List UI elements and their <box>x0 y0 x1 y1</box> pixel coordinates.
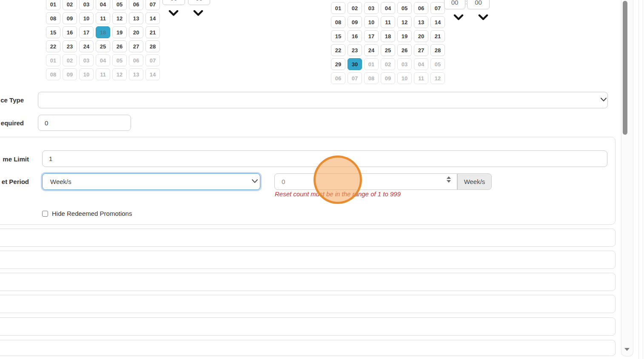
start-minute-input[interactable]: 00 <box>188 0 210 5</box>
calendar-day-10[interactable]: 10 <box>79 12 94 24</box>
calendar-day-05[interactable]: 05 <box>112 0 127 10</box>
calendar-day-03[interactable]: 03 <box>79 54 94 66</box>
calendar-day-23[interactable]: 23 <box>348 44 362 56</box>
calendar-day-10[interactable]: 10 <box>397 72 412 84</box>
calendar-day-06[interactable]: 06 <box>414 2 428 14</box>
calendar-day-08[interactable]: 08 <box>364 72 379 84</box>
calendar-day-17[interactable]: 17 <box>79 26 94 38</box>
end-minute-input[interactable]: 00 <box>467 0 490 9</box>
calendar-day-05[interactable]: 05 <box>430 58 445 70</box>
calendar-day-12[interactable]: 12 <box>430 72 445 84</box>
start-hour-input[interactable]: 00 <box>162 0 185 5</box>
calendar-day-01[interactable]: 01 <box>364 58 379 70</box>
calendar-day-15[interactable]: 15 <box>331 30 345 42</box>
reset-count-input[interactable]: 0 <box>274 173 457 190</box>
calendar-day-12[interactable]: 12 <box>397 16 412 28</box>
calendar-day-09[interactable]: 09 <box>381 72 395 84</box>
calendar-day-26[interactable]: 26 <box>397 44 412 56</box>
calendar-day-04[interactable]: 04 <box>381 2 395 14</box>
calendar-day-20[interactable]: 20 <box>129 26 143 38</box>
calendar-day-21[interactable]: 21 <box>430 30 445 42</box>
calendar-day-04[interactable]: 04 <box>96 0 110 10</box>
calendar-day-08[interactable]: 08 <box>46 12 60 24</box>
scrollbar-down-arrow-icon[interactable] <box>624 348 630 351</box>
calendar-day-24[interactable]: 24 <box>364 44 379 56</box>
end-hour-decrement-button[interactable] <box>453 14 464 21</box>
calendar-day-21[interactable]: 21 <box>145 26 160 38</box>
calendar-day-04[interactable]: 04 <box>414 58 428 70</box>
calendar-day-13[interactable]: 13 <box>414 16 428 28</box>
calendar-day-23[interactable]: 23 <box>63 40 77 52</box>
collapsed-row[interactable] <box>0 295 616 313</box>
calendar-day-10[interactable]: 10 <box>364 16 379 28</box>
calendar-day-08[interactable]: 08 <box>46 68 60 80</box>
type-select[interactable] <box>38 92 608 108</box>
end-minute-decrement-button[interactable] <box>478 14 489 21</box>
calendar-day-22[interactable]: 22 <box>331 44 345 56</box>
calendar-day-05[interactable]: 05 <box>397 2 412 14</box>
calendar-day-19[interactable]: 19 <box>112 26 127 38</box>
reset-period-select[interactable]: Week/s <box>42 173 260 190</box>
calendar-day-03[interactable]: 03 <box>397 58 412 70</box>
calendar-day-28[interactable]: 28 <box>145 40 160 52</box>
hide-redeemed-checkbox[interactable] <box>42 211 48 217</box>
calendar-day-08[interactable]: 08 <box>331 16 345 28</box>
calendar-day-10[interactable]: 10 <box>79 68 94 80</box>
calendar-day-02[interactable]: 02 <box>63 54 77 66</box>
calendar-day-07[interactable]: 07 <box>430 2 445 14</box>
calendar-day-14[interactable]: 14 <box>145 12 160 24</box>
calendar-day-28[interactable]: 28 <box>430 44 445 56</box>
calendar-day-04[interactable]: 04 <box>96 54 110 66</box>
calendar-day-22[interactable]: 22 <box>46 40 60 52</box>
calendar-day-02[interactable]: 02 <box>381 58 395 70</box>
calendar-day-29[interactable]: 29 <box>331 58 345 70</box>
calendar-day-16[interactable]: 16 <box>348 30 362 42</box>
start-minute-decrement-button[interactable] <box>193 10 204 17</box>
calendar-day-18[interactable]: 18 <box>381 30 395 42</box>
calendar-day-01[interactable]: 01 <box>331 2 345 14</box>
collapsed-row[interactable] <box>0 317 616 336</box>
calendar-day-01[interactable]: 01 <box>46 54 60 66</box>
calendar-day-12[interactable]: 12 <box>112 68 127 80</box>
calendar-day-18[interactable]: 18 <box>96 26 110 38</box>
calendar-day-16[interactable]: 16 <box>63 26 77 38</box>
calendar-day-09[interactable]: 09 <box>348 16 362 28</box>
collapsed-row[interactable] <box>0 340 616 356</box>
calendar-day-06[interactable]: 06 <box>129 54 143 66</box>
calendar-day-11[interactable]: 11 <box>96 68 110 80</box>
end-hour-input[interactable]: 00 <box>444 0 465 9</box>
calendar-day-14[interactable]: 14 <box>145 68 160 80</box>
calendar-day-07[interactable]: 07 <box>348 72 362 84</box>
calendar-day-13[interactable]: 13 <box>129 12 143 24</box>
calendar-day-06[interactable]: 06 <box>331 72 345 84</box>
calendar-day-09[interactable]: 09 <box>63 68 77 80</box>
calendar-day-25[interactable]: 25 <box>96 40 110 52</box>
calendar-day-14[interactable]: 14 <box>430 16 445 28</box>
calendar-day-02[interactable]: 02 <box>348 2 362 14</box>
required-input[interactable]: 0 <box>38 115 131 131</box>
calendar-day-26[interactable]: 26 <box>112 40 127 52</box>
calendar-day-25[interactable]: 25 <box>381 44 395 56</box>
calendar-day-07[interactable]: 07 <box>145 54 160 66</box>
calendar-day-03[interactable]: 03 <box>364 2 379 14</box>
calendar-day-27[interactable]: 27 <box>129 40 143 52</box>
calendar-day-02[interactable]: 02 <box>63 0 77 10</box>
calendar-day-03[interactable]: 03 <box>79 0 94 10</box>
calendar-day-11[interactable]: 11 <box>96 12 110 24</box>
limit-input[interactable]: 1 <box>42 150 607 167</box>
calendar-day-24[interactable]: 24 <box>79 40 94 52</box>
reset-count-stepper[interactable] <box>447 176 451 183</box>
calendar-day-07[interactable]: 07 <box>145 0 160 10</box>
calendar-day-20[interactable]: 20 <box>414 30 428 42</box>
calendar-day-01[interactable]: 01 <box>46 0 60 10</box>
calendar-day-11[interactable]: 11 <box>414 72 428 84</box>
calendar-day-30[interactable]: 30 <box>348 58 362 70</box>
calendar-day-19[interactable]: 19 <box>397 30 412 42</box>
calendar-day-09[interactable]: 09 <box>63 12 77 24</box>
calendar-day-06[interactable]: 06 <box>129 0 143 10</box>
scrollbar-thumb[interactable] <box>623 1 627 135</box>
calendar-day-13[interactable]: 13 <box>129 68 143 80</box>
calendar-day-12[interactable]: 12 <box>112 12 127 24</box>
calendar-day-05[interactable]: 05 <box>112 54 127 66</box>
calendar-day-11[interactable]: 11 <box>381 16 395 28</box>
